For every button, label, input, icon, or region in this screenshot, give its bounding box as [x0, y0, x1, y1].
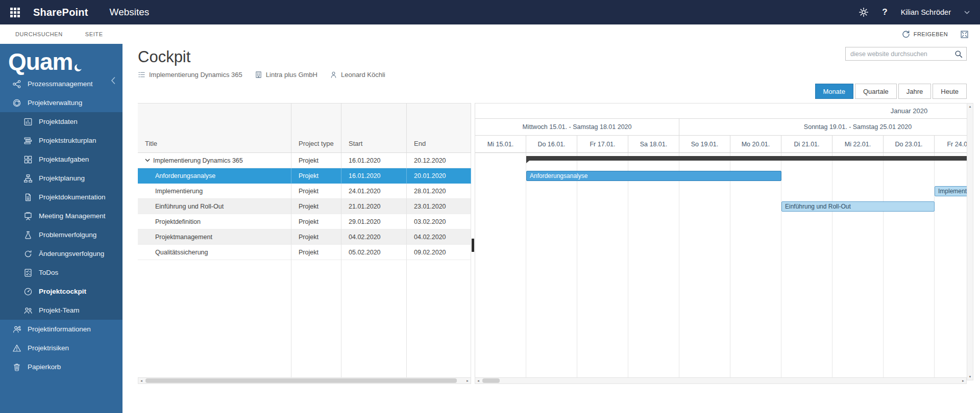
- sidebar-item-aenderungsverfolgung[interactable]: Änderungsverfolgung: [0, 244, 122, 263]
- scroll-up-arrow-icon[interactable]: ▲: [967, 104, 973, 110]
- gantt-week-header: Sonntag 19.01. - Samstag 25.01 2020: [679, 119, 967, 136]
- logo-text: Quam: [8, 48, 72, 75]
- sidebar-item-projektrisiken[interactable]: Projektrisiken: [0, 339, 122, 357]
- scrollbar-thumb[interactable]: [482, 378, 500, 383]
- project-name: Implementierung Dynamics 365: [138, 71, 242, 79]
- gantt-day-header: Mi 15.01.: [475, 136, 526, 153]
- sidebar-menu: Prozessmanagement Projektverwaltung Proj…: [0, 74, 122, 376]
- share-network-icon: [12, 80, 21, 89]
- document-icon: [23, 193, 33, 202]
- warning-triangle-icon: [12, 344, 21, 353]
- sidebar-item-projektdaten[interactable]: Projektdaten: [0, 112, 122, 131]
- suite-nav-websites[interactable]: Websites: [110, 7, 150, 18]
- gantt-day-header: Do 16.01.: [526, 136, 577, 153]
- building-icon: [255, 71, 262, 79]
- timescale-buttons: Monate Quartale Jahre Heute: [815, 84, 967, 99]
- sidebar-item-papierkorb[interactable]: Papierkorb: [0, 357, 122, 376]
- scrollbar-thumb[interactable]: [145, 378, 457, 383]
- quam-logo[interactable]: Quam: [8, 48, 82, 75]
- crescent-icon: [74, 64, 82, 72]
- column-header-end[interactable]: End: [407, 104, 471, 152]
- sidebar-item-projektplanung[interactable]: Projektplanung: [0, 169, 122, 188]
- sidebar-item-projektstrukturplan[interactable]: Projektstrukturplan: [0, 131, 122, 150]
- app-launcher-icon[interactable]: [10, 8, 20, 17]
- process-circle-icon: [12, 98, 21, 108]
- table-row-selected[interactable]: Anforderungsanalyse Projekt 16.01.2020 2…: [138, 168, 471, 184]
- view-monate-button[interactable]: Monate: [815, 84, 853, 99]
- column-header-project-type[interactable]: Project type: [291, 104, 341, 152]
- sidebar-item-projektaufgaben[interactable]: Projektaufgaben: [0, 150, 122, 169]
- gantt-hscrollbar[interactable]: ◄ ►: [475, 377, 967, 384]
- suite-app-title[interactable]: SharePoint: [33, 7, 88, 18]
- trash-icon: [12, 363, 21, 372]
- column-header-title[interactable]: Title: [138, 104, 291, 152]
- site-search: [845, 47, 967, 61]
- owner-name: Leonard Köchli: [330, 71, 385, 79]
- table-filler: [138, 260, 471, 377]
- company-name: Lintra plus GmbH: [255, 71, 317, 79]
- table-row[interactable]: Projektdefinition Projekt 29.01.2020 03.…: [138, 214, 471, 229]
- view-jahre-button[interactable]: Jahre: [898, 84, 932, 99]
- flask-icon: [23, 230, 33, 240]
- gantt-vscrollbar[interactable]: ▲ ▼: [967, 103, 973, 380]
- team-icon: [23, 306, 33, 315]
- sidebar-item-todos[interactable]: ToDos: [0, 263, 122, 282]
- gantt-bar-implementierung[interactable]: Implementierung: [935, 186, 967, 196]
- sidebar-item-projektverwaltung[interactable]: Projektverwaltung: [0, 93, 122, 112]
- main-content: Cockpit Implementierung Dynamics 365 Lin…: [122, 44, 980, 413]
- gantt-body: Anforderungsanalyse Implementierung Einf…: [475, 153, 967, 377]
- table-hscrollbar[interactable]: ◄ ►: [138, 377, 471, 384]
- table-row[interactable]: Implementierung Dynamics 365 Projekt 16.…: [138, 153, 471, 168]
- sidebar-item-projektinformationen[interactable]: Projektinformationen: [0, 320, 122, 339]
- table-row[interactable]: Qualitätssicherung Projekt 05.02.2020 09…: [138, 245, 471, 260]
- sidebar-item-projekt-team[interactable]: Projekt-Team: [0, 301, 122, 320]
- ribbon-bar: DURCHSUCHEN SEITE FREIGEBEN: [0, 24, 980, 44]
- sidebar-item-projektcockpit[interactable]: Projektcockpit: [0, 282, 122, 301]
- help-icon[interactable]: ?: [882, 7, 887, 17]
- refresh-icon: [23, 249, 33, 259]
- ribbon-tab-durchsuchen[interactable]: DURCHSUCHEN: [15, 31, 63, 37]
- gantt-day-header: Mo 20.01.: [730, 136, 781, 153]
- gantt-workspace: Title Project type Start End Implementie…: [138, 103, 980, 384]
- view-heute-button[interactable]: Heute: [933, 84, 967, 99]
- view-quartale-button[interactable]: Quartale: [855, 84, 897, 99]
- checklist-icon: [23, 268, 33, 277]
- sidebar-item-projektdokumentation[interactable]: Projektdokumentation: [0, 188, 122, 206]
- column-header-start[interactable]: Start: [341, 104, 407, 152]
- gantt-day-header: Fr 24.01.: [935, 136, 967, 153]
- bar-chart-icon: [23, 117, 33, 126]
- scroll-left-arrow-icon[interactable]: ◄: [475, 378, 481, 383]
- sidebar-item-problemverfolgung[interactable]: Problemverfolgung: [0, 225, 122, 244]
- task-grid-icon: [23, 155, 33, 164]
- table-row[interactable]: Einführung und Roll-Out Projekt 21.01.20…: [138, 199, 471, 214]
- gantt-week-header: Mittwoch 15.01. - Samstag 18.01 2020: [475, 119, 679, 136]
- settings-gear-icon[interactable]: [859, 7, 869, 17]
- list-icon: [138, 71, 145, 79]
- scroll-right-arrow-icon[interactable]: ►: [960, 378, 966, 383]
- scroll-left-arrow-icon[interactable]: ◄: [138, 378, 144, 383]
- scroll-down-arrow-icon[interactable]: ▼: [967, 374, 973, 380]
- sidebar-item-prozessmanagement[interactable]: Prozessmanagement: [0, 74, 122, 93]
- page-title: Cockpit: [138, 48, 190, 66]
- search-icon[interactable]: [954, 50, 963, 58]
- share-button[interactable]: FREIGEBEN: [902, 30, 948, 38]
- expand-chevron-icon[interactable]: [145, 159, 150, 162]
- gantt-bar-summary[interactable]: [526, 156, 967, 161]
- gantt-bar-einfuehrung[interactable]: Einführung und Roll-Out: [781, 201, 935, 212]
- sidebar-item-meeting-management[interactable]: Meeting Management: [0, 206, 122, 225]
- structure-rows-icon: [23, 136, 33, 145]
- search-input[interactable]: [846, 50, 954, 58]
- application-window: SharePoint Websites ? Kilian Schröder DU…: [0, 0, 980, 413]
- pane-splitter[interactable]: [472, 239, 474, 252]
- gantt-day-header: Fr 17.01.: [577, 136, 628, 153]
- gantt-bar-anforderungsanalyse[interactable]: Anforderungsanalyse: [526, 171, 781, 181]
- user-menu[interactable]: Kilian Schröder: [901, 8, 951, 16]
- scroll-right-arrow-icon[interactable]: ►: [464, 378, 471, 383]
- gantt-day-header: Mi 22.01.: [832, 136, 884, 153]
- focus-mode-icon[interactable]: [960, 30, 969, 39]
- ribbon-tab-seite[interactable]: SEITE: [85, 31, 103, 37]
- chevron-down-icon[interactable]: [964, 11, 970, 14]
- project-meta: Implementierung Dynamics 365 Lintra plus…: [138, 71, 385, 79]
- table-row[interactable]: Implementierung Projekt 24.01.2020 28.01…: [138, 184, 471, 199]
- table-row[interactable]: Projektmanagement Projekt 04.02.2020 04.…: [138, 229, 471, 245]
